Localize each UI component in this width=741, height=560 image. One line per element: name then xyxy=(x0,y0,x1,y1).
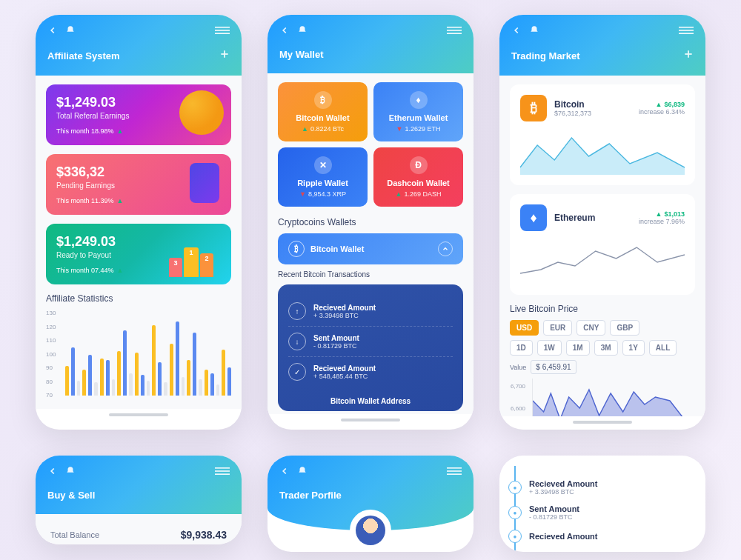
avatar[interactable] xyxy=(350,510,391,551)
phone-illustration xyxy=(190,163,219,203)
wallet-card-ripple[interactable]: ✕ Ripple Wallet ▼8,954.3 XRP xyxy=(278,147,368,207)
currency-chip-usd[interactable]: USD xyxy=(510,320,539,336)
bitcoin-icon: ₿ xyxy=(314,91,332,109)
transaction-timeline: ●Recieved Amount+ 3.39498 BTC●Sent Amoun… xyxy=(514,466,705,552)
back-icon[interactable] xyxy=(47,466,58,479)
plus-icon[interactable] xyxy=(219,49,230,62)
page-title: Affiliate System xyxy=(47,50,120,61)
value-amount: $ 6,459.91 xyxy=(531,360,576,374)
period-chip-1d[interactable]: 1D xyxy=(510,340,533,356)
value-label: Value xyxy=(510,364,526,371)
coin-change-text: increase 7.96% xyxy=(639,218,685,225)
phone-header: Trading Market xyxy=(499,15,705,76)
timeline-dot-icon: ● xyxy=(508,506,522,519)
period-chip-1m[interactable]: 1M xyxy=(566,340,590,356)
accordion-label: Bitcoin Wallet xyxy=(310,244,364,253)
phone-header: Affiliate System xyxy=(36,15,242,76)
tx-amount: - 0.81729 BTC xyxy=(529,513,579,521)
coin-name: Bitcoin xyxy=(554,99,591,110)
phone-buysell: Buy & Sell Total Balance $9,938.43 xyxy=(36,456,242,544)
phone-wallet: My Wallet ₿ Bitcoin Wallet ▲0.8224 BTc ♦… xyxy=(268,15,473,430)
back-icon[interactable] xyxy=(511,25,522,39)
phone-affiliate: Affiliate System $1,249.03 Total Referal… xyxy=(36,15,242,430)
timeline-row[interactable]: ●Recieved Amount+ 3.39498 BTC xyxy=(526,475,695,500)
tx-icon: ✓ xyxy=(288,363,306,381)
live-price-chart: 6,700 6,600 6,500 xyxy=(532,379,695,416)
podium-icon: 3 1 2 xyxy=(169,247,221,284)
balance-amount: $9,938.43 xyxy=(181,529,227,541)
menu-icon[interactable] xyxy=(447,466,462,479)
wallet-amount: ▲0.8224 BTc xyxy=(285,125,360,133)
page-title: Trading Market xyxy=(511,50,579,61)
medal-icon xyxy=(179,90,224,135)
tx-icon: ↑ xyxy=(288,302,306,320)
ethereum-icon: ♦ xyxy=(520,204,547,231)
currency-selector: USDEURCNYGBP xyxy=(510,320,695,336)
phone-header: Buy & Sell xyxy=(36,456,242,514)
svg-marker-13 xyxy=(520,138,685,175)
tx-label: Recieved Amount xyxy=(313,304,376,312)
affiliate-card-payout[interactable]: $1,249.03 Ready to Payout This month 07.… xyxy=(46,224,231,284)
coin-price: $76,312,373 xyxy=(554,110,591,117)
wallet-name: Dashcoin Wallet xyxy=(381,179,456,187)
period-chip-1w[interactable]: 1W xyxy=(537,340,562,356)
tx-icon: ↓ xyxy=(288,333,306,350)
wallet-amount: ▼1.2629 ETH xyxy=(381,125,456,133)
menu-icon[interactable] xyxy=(447,25,462,39)
tx-amount: + 3.39498 BTC xyxy=(313,312,376,319)
menu-icon[interactable] xyxy=(215,25,230,39)
coin-change: ▲$6,839 xyxy=(639,101,685,108)
tx-label: Recieved Amount xyxy=(529,479,598,488)
stats-title: Affiliate Statistics xyxy=(46,293,231,304)
wallet-card-dashcoin[interactable]: Ð Dashcoin Wallet ▲1.269 DASH xyxy=(373,147,463,207)
timeline-dot-icon: ● xyxy=(508,481,522,494)
phone-header: My Wallet xyxy=(268,15,473,73)
coin-card-bitcoin[interactable]: ₿ Bitcoin $76,312,373 ▲$6,839 increase 6… xyxy=(510,84,695,185)
back-icon[interactable] xyxy=(279,466,290,479)
bell-icon[interactable] xyxy=(297,25,308,39)
coin-change: ▲$1,013 xyxy=(639,210,685,218)
page-title: My Wallet xyxy=(279,49,323,60)
bell-icon[interactable] xyxy=(529,25,539,39)
transaction-row[interactable]: ↓Sent Amount- 0.81729 BTC xyxy=(288,327,453,357)
bell-icon[interactable] xyxy=(65,25,76,39)
period-chip-3m[interactable]: 3M xyxy=(594,340,618,356)
bell-icon[interactable] xyxy=(65,466,76,479)
timeline-row[interactable]: ●Sent Amount- 0.81729 BTC xyxy=(526,500,695,525)
accordion-bitcoin-wallet[interactable]: ₿ Bitcoin Wallet xyxy=(278,233,463,264)
back-icon[interactable] xyxy=(279,25,290,39)
tx-label: Sent Amount xyxy=(313,334,359,342)
currency-chip-eur[interactable]: EUR xyxy=(543,320,572,336)
ethereum-icon: ♦ xyxy=(410,91,428,109)
coin-card-ethereum[interactable]: ♦ Ethereum ▲$1,013 increase 7.96% xyxy=(510,194,695,295)
home-indicator xyxy=(573,421,632,424)
bell-icon[interactable] xyxy=(297,466,308,479)
currency-chip-cny[interactable]: CNY xyxy=(576,320,605,336)
recent-tx-title: Recent Bitcoin Transactions xyxy=(278,270,463,279)
plus-icon[interactable] xyxy=(683,49,694,62)
menu-icon[interactable] xyxy=(215,466,230,479)
transaction-row[interactable]: ↑Recieved Amount+ 3.39498 BTC xyxy=(288,296,453,327)
value-display: Value $ 6,459.91 xyxy=(510,360,695,374)
back-icon[interactable] xyxy=(47,25,58,39)
section-title: Cryptocoins Wallets xyxy=(278,217,463,227)
affiliate-card-pending[interactable]: $336,32 Pending Earnings This month 11.3… xyxy=(46,154,231,215)
tx-label: Recieved Amount xyxy=(313,364,376,373)
wallet-card-bitcoin[interactable]: ₿ Bitcoin Wallet ▲0.8224 BTc xyxy=(278,82,368,141)
tx-amount: + 548,485.44 BTC xyxy=(313,373,376,380)
timeline-row[interactable]: ●Recieved Amount xyxy=(526,525,695,547)
bitcoin-icon: ₿ xyxy=(288,241,305,257)
affiliate-card-referral[interactable]: $1,249.03 Total Referal Earnings This mo… xyxy=(46,84,231,145)
period-chip-all[interactable]: ALL xyxy=(649,340,677,356)
home-indicator xyxy=(341,419,400,421)
phone-transactions: ●Recieved Amount+ 3.39498 BTC●Sent Amoun… xyxy=(499,456,705,552)
live-price-title: Live Bitcoin Price xyxy=(510,304,695,314)
wallet-card-ethereum[interactable]: ♦ Etherum Wallet ▼1.2629 ETH xyxy=(373,82,463,141)
period-chip-1y[interactable]: 1Y xyxy=(622,340,645,356)
phone-trader: Trader Porfile xyxy=(268,456,473,552)
tx-amount: - 0.81729 BTC xyxy=(313,342,359,350)
menu-icon[interactable] xyxy=(679,25,694,39)
coin-name: Ethereum xyxy=(554,213,595,223)
transaction-row[interactable]: ✓Recieved Amount+ 548,485.44 BTC xyxy=(288,357,453,387)
currency-chip-gbp[interactable]: GBP xyxy=(610,320,639,336)
